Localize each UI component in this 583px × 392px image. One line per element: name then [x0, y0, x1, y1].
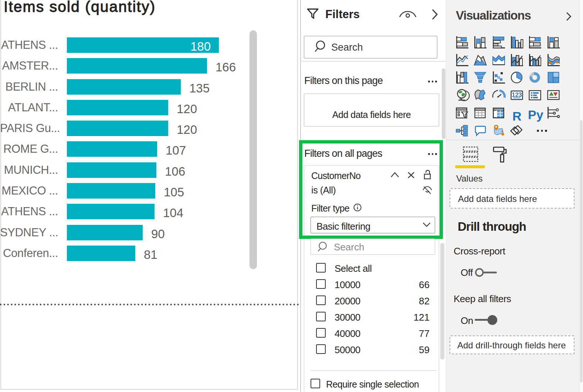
svg-text:123: 123 — [512, 91, 522, 98]
